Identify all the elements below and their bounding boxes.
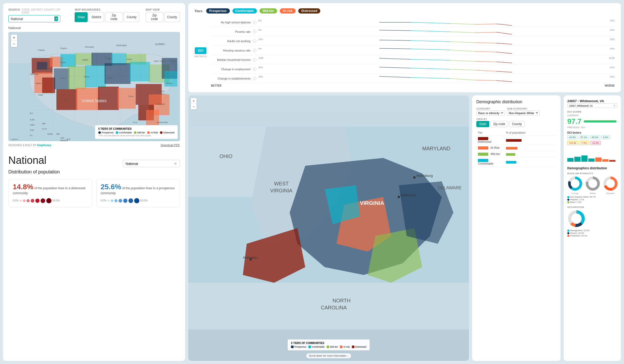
prosperous-dot-scale: 0.0% 60.0% xyxy=(101,198,176,203)
info-icon-2[interactable]: i xyxy=(253,30,256,34)
svg-line-107 xyxy=(496,71,512,72)
download-pdf-button[interactable]: Download PDF xyxy=(161,144,180,147)
map-view-buttons: Zip code County xyxy=(146,12,180,22)
map-view-label: MAP VIEW xyxy=(146,8,180,11)
svg-text:MONTANA: MONTANA xyxy=(42,68,53,70)
race-dot-2 xyxy=(567,199,569,201)
dci-detail-search-input[interactable] xyxy=(569,105,613,107)
pcoord-svg-4 xyxy=(258,47,615,54)
svg-line-79 xyxy=(411,22,450,23)
va-zoom-in-button[interactable]: + xyxy=(191,98,197,104)
dd-title: Demographics distribution xyxy=(567,166,617,170)
donut-race: % of pop. xyxy=(567,176,583,194)
va-zoom-out-button[interactable]: − xyxy=(191,104,197,109)
info-icon-7[interactable]: i xyxy=(253,77,256,80)
dci-factors-row: 44.3% 57.1% 69.0% 5.4% xyxy=(567,135,617,139)
axis-left-2: 0% xyxy=(258,29,262,31)
map-view-group: MAP VIEW Zip code County xyxy=(146,8,180,22)
svg-text:NEW YORK: NEW YORK xyxy=(154,60,165,62)
dci-previous: PREVIOUS N/A xyxy=(567,126,617,129)
table-header-pct: % of population xyxy=(504,130,556,135)
svg-text:TENN.: TENN. xyxy=(128,95,134,98)
table-header-tier: Tier xyxy=(476,130,504,135)
svg-text:NAY.: NAY. xyxy=(42,123,46,125)
scale-dot-5 xyxy=(35,199,40,203)
donut-nativity-svg xyxy=(585,176,601,191)
main-map[interactable]: United States MONTANA MINN. NEBR. IOWA O… xyxy=(8,32,180,141)
pcoord-svg-2 xyxy=(258,28,615,35)
map-view-county-button[interactable]: County xyxy=(164,12,180,22)
axis-right-3: 35% xyxy=(610,38,615,41)
subcategory-filter-label: SUB-CATEGORY xyxy=(507,107,540,110)
scale-dot-4 xyxy=(31,199,34,203)
svg-text:QUÉBEC: QUÉBEC xyxy=(155,43,165,46)
metric-name-5: Median household income xyxy=(211,58,253,61)
zoom-out-button[interactable]: − xyxy=(11,41,17,47)
dd-row-race: % of pop. Nativity xyxy=(567,176,617,194)
info-icon-4[interactable]: i xyxy=(253,49,256,52)
zoom-in-button[interactable]: + xyxy=(11,35,17,41)
dci-score-num: 97.7 xyxy=(567,117,582,126)
atrisk-label: At Risk xyxy=(151,131,158,134)
tier-badge-distressed[interactable]: Distressed xyxy=(298,8,320,14)
svg-line-84 xyxy=(411,31,450,32)
tier-badge-comfortable[interactable]: Comfortable xyxy=(232,8,257,14)
race-text-2: Hispanic: 2.1% xyxy=(570,198,584,201)
boundary-state-button[interactable]: State xyxy=(75,12,88,22)
demographics-distribution: Demographics distribution RACE OR ETHNIC… xyxy=(567,166,617,237)
tier-name-midtier: Mid-tier xyxy=(491,152,500,155)
race-dot-3 xyxy=(567,201,569,203)
va-distressed-text: Distressed xyxy=(355,346,366,348)
boundary-zipcode-button[interactable]: Zip code xyxy=(105,12,123,22)
svg-line-112 xyxy=(496,81,512,82)
occ-dot-2 xyxy=(567,232,569,234)
svg-text:OHIO: OHIO xyxy=(127,58,132,61)
search-clear-button[interactable]: ✕ xyxy=(54,16,58,21)
svg-text:TEX.: TEX. xyxy=(63,99,68,101)
info-icon-3[interactable]: i xyxy=(253,39,256,43)
subcategory-filter-select[interactable]: Non-Hispanic White Hispanic Black xyxy=(507,110,540,116)
viewby-county-button[interactable]: County xyxy=(509,121,525,127)
legend-title: 5 TIERS OF COMMUNITIES xyxy=(98,127,174,130)
map-view-button[interactable]: Zip code xyxy=(146,12,163,22)
svg-text:VIRGINIA: VIRGINIA xyxy=(270,188,292,193)
race-mini-legend: Non-Hispanic White: 85.7% Hispanic: 2.1%… xyxy=(567,196,617,203)
graphicacy-link[interactable]: Graphicacy xyxy=(37,144,51,147)
national-search-clear[interactable]: ✕ xyxy=(174,161,177,166)
va-midtier-swatch xyxy=(327,346,329,348)
comfortable-dot xyxy=(116,131,118,134)
viewby-zipcode-button[interactable]: Zip code xyxy=(490,121,508,127)
svg-line-90 xyxy=(450,42,476,43)
distressed-pct: 14.8% xyxy=(13,183,33,191)
axis-right-1: 20% xyxy=(610,19,615,22)
info-icon-6[interactable]: i xyxy=(253,67,256,71)
svg-text:MINN.: MINN. xyxy=(60,61,66,64)
chart-area: No high school diploma i 0% 20% xyxy=(211,18,615,87)
dci-score-fill xyxy=(584,120,617,122)
dci-factors-row-2: #16.5k -7.9% -12.3% xyxy=(567,141,617,145)
info-icon-5[interactable]: i xyxy=(253,58,256,62)
category-filter-select[interactable]: Race or ethnicity Nativity Education xyxy=(476,110,505,116)
table-row-comfortable: Comfortable xyxy=(476,157,556,167)
svg-text:S.L.P.: S.L.P. xyxy=(42,128,47,130)
sparkline-1: 0% 20% xyxy=(258,19,615,26)
sparkline-3: 10% 35% xyxy=(258,37,615,45)
info-icon-1[interactable]: i xyxy=(253,21,256,24)
dci-search-clear-icon[interactable]: ✕ xyxy=(613,104,615,107)
footer-worse: WORSE xyxy=(605,84,615,87)
us-map-svg: United States MONTANA MINN. NEBR. IOWA O… xyxy=(8,32,180,141)
tier-badge-prosperous[interactable]: Prosperous xyxy=(206,8,230,14)
tier-badge-atrisk[interactable]: At risk xyxy=(280,8,296,14)
tier-badge-midtier[interactable]: Mid-tier xyxy=(259,8,277,14)
pct-cell-comfortable xyxy=(504,157,556,167)
search-input[interactable] xyxy=(11,17,54,21)
donut-education: Education xyxy=(603,176,618,194)
boundary-district-button[interactable]: District xyxy=(89,12,104,22)
va-map-panel[interactable]: OHIO WEST VIRGINIA VIRGINIA NORTH CAROLI… xyxy=(188,95,469,361)
factors-chart-svg xyxy=(567,148,617,163)
dci-detail-search-wrap: ✕ xyxy=(567,103,617,108)
metric-name-4: Housing vacancy rate xyxy=(211,49,253,52)
viewby-state-button[interactable]: State xyxy=(476,121,489,127)
national-search-input[interactable] xyxy=(126,162,174,166)
boundary-county-button[interactable]: County xyxy=(124,12,139,22)
